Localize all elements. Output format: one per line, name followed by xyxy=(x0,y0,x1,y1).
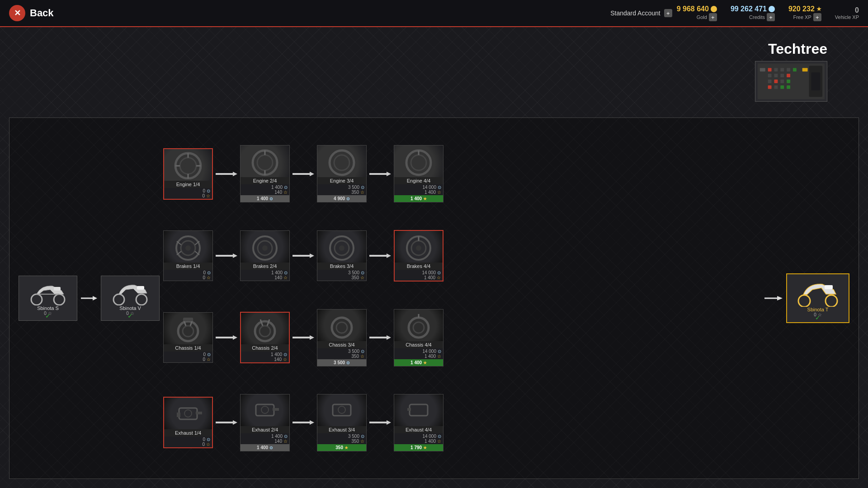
credits-symbol: ⊙ xyxy=(207,270,211,275)
credits-add-button[interactable]: + xyxy=(767,13,775,21)
engine-3-credits-row: 3 500 ⊙ xyxy=(319,185,364,190)
svg-marker-28 xyxy=(93,296,97,300)
sbinota-v-icon xyxy=(110,281,151,305)
exhaust-4-name: Exhaust 4/4 xyxy=(394,426,443,433)
chassis-1-card[interactable]: Chassis 1/4 0 ⊙ 0 ☆ xyxy=(163,312,213,363)
svg-point-43 xyxy=(262,160,268,166)
brakes-4-card[interactable]: Brakes 4/4 14 000 ⊙ 1 400 ☆ xyxy=(394,230,443,282)
svg-point-34 xyxy=(184,162,192,169)
xp-add-button[interactable]: + xyxy=(813,13,821,21)
engine-2-name: Engine 2/4 xyxy=(241,177,289,184)
connector-icon xyxy=(216,253,237,258)
exhaust-4-card[interactable]: Exhaust 4/4 14 000 ⊙ 1 400 ☆ xyxy=(394,394,443,451)
xp-star-symbol: ☆ xyxy=(360,439,364,444)
gold-label: Gold + xyxy=(697,13,717,21)
vehicle-sbinota-v[interactable]: Sbinota V 0 ☆ ✓ xyxy=(101,276,160,321)
chassis-4-image xyxy=(394,310,443,341)
svg-rect-51 xyxy=(369,173,387,175)
engine-1-card[interactable]: Engine 1/4 0 ⊙ 0 ☆ xyxy=(163,148,213,200)
engine-4-cost: 14 000 ⊙ 1 400 ☆ xyxy=(394,184,443,195)
engine-2-cost: 1 400 ⊙ 140 ☆ xyxy=(241,184,289,195)
chassis-3-card[interactable]: Chassis 3/4 3 500 ⊙ 350 ☆ xyxy=(317,309,367,366)
engine-4-xp-row: 1 400 ☆ xyxy=(396,190,441,195)
brakes-connector-3-4 xyxy=(369,253,391,258)
brakes-3-name: Brakes 3/4 xyxy=(317,263,366,270)
svg-rect-101 xyxy=(177,413,180,417)
brakes-3-image xyxy=(317,231,366,263)
brakes-1-card[interactable]: Brakes 1/4 0 ⊙ 0 ☆ xyxy=(163,230,213,281)
chassis-4-name: Chassis 4/4 xyxy=(394,341,443,348)
engine-3-card[interactable]: Engine 3/4 3 500 ⊙ 350 ☆ xyxy=(317,145,367,202)
arrow-s-v xyxy=(81,294,97,303)
gold-add-button[interactable]: + xyxy=(709,13,717,21)
svg-rect-16 xyxy=(787,80,790,83)
sbinota-t-checkmark: ✓ xyxy=(815,314,821,321)
engine-3-xp-row: 350 ☆ xyxy=(319,190,364,195)
svg-rect-116 xyxy=(407,408,411,411)
vehicle-sbinota-s[interactable]: Sbinota S 0 ☆ ✓ xyxy=(19,276,77,321)
svg-rect-85 xyxy=(216,337,233,338)
credits-symbol: ⊙ xyxy=(437,270,441,275)
brakes-3-cost: 3 500 ⊙ 350 ☆ xyxy=(317,270,366,281)
badge-star-icon: ★ xyxy=(423,446,427,450)
engine-4-card[interactable]: Engine 4/4 14 000 ⊙ 1 400 ☆ xyxy=(394,145,443,202)
brakes-3-card[interactable]: Brakes 3/4 3 500 ⊙ 350 ☆ xyxy=(317,230,367,281)
svg-marker-70 xyxy=(310,253,314,258)
vehicle-xp-label: Vehicle XP xyxy=(835,14,859,20)
svg-rect-39 xyxy=(216,173,233,175)
techtree-minimap[interactable] xyxy=(755,61,827,102)
exhaust-1-card[interactable]: Exhaust 1/4 0 ⊙ 0 ☆ xyxy=(163,397,213,448)
svg-rect-4 xyxy=(774,68,778,71)
badge-coin-icon: ⊙ xyxy=(346,197,350,201)
chassis-2-card[interactable]: Chassis 2/4 1 400 ⊙ 140 ☆ xyxy=(240,312,290,363)
main-content: Techtree xyxy=(0,27,868,488)
svg-point-94 xyxy=(336,322,347,333)
xp-label: Free XP + xyxy=(793,13,821,21)
svg-marker-114 xyxy=(387,420,391,425)
svg-rect-12 xyxy=(787,74,790,77)
credits-symbol: ⊙ xyxy=(361,270,364,275)
credits-symbol: ⊙ xyxy=(438,185,441,190)
chassis-1-visual xyxy=(172,314,204,343)
xp-star-symbol: ☆ xyxy=(437,354,441,359)
account-add-button[interactable]: + xyxy=(664,9,672,17)
engine-4-name: Engine 4/4 xyxy=(394,177,443,184)
engine-1-cost: 0 ⊙ 0 ☆ xyxy=(164,188,212,199)
engine-connector-2-3 xyxy=(292,172,314,176)
engine-row: Engine 1/4 0 ⊙ 0 ☆ xyxy=(163,145,761,202)
star-icon: ★ xyxy=(816,6,821,12)
chassis-2-image xyxy=(241,313,289,344)
chassis-connector-2-3 xyxy=(292,335,314,340)
svg-point-81 xyxy=(183,326,193,337)
back-button[interactable]: ✕ Back xyxy=(9,5,54,21)
svg-marker-47 xyxy=(310,172,314,176)
header: ✕ Back Standard Account + 9 968 640 Gold… xyxy=(0,0,868,27)
account-label: Standard Account xyxy=(610,9,660,17)
exhaust-3-card[interactable]: Exhaust 3/4 3 500 ⊙ 350 ☆ xyxy=(317,394,367,451)
credits-symbol: ⊙ xyxy=(284,185,288,190)
exhaust-4-visual xyxy=(403,395,434,425)
svg-rect-109 xyxy=(292,422,310,423)
engine-2-card[interactable]: Engine 2/4 1 400 ⊙ 140 ☆ xyxy=(240,145,290,202)
svg-marker-75 xyxy=(387,253,391,258)
sbinota-t-icon xyxy=(795,280,840,307)
engine-2-badge: 1 400 ⊙ xyxy=(241,195,289,202)
connector-icon xyxy=(216,172,237,176)
exhaust-2-card[interactable]: Exhaust 2/4 1 400 ⊙ 140 ☆ xyxy=(240,394,290,451)
xp-star-symbol: ☆ xyxy=(283,275,288,280)
xp-amount: 920 232 ★ xyxy=(788,5,821,13)
svg-marker-96 xyxy=(387,335,391,340)
engine-3-name: Engine 3/4 xyxy=(317,177,366,184)
svg-rect-14 xyxy=(774,80,778,83)
chassis-4-card[interactable]: Chassis 4/4 14 000 ⊙ 1 400 ☆ xyxy=(394,309,443,366)
exhaust-2-cost: 1 400 ⊙ 140 ☆ xyxy=(241,433,289,444)
vehicle-sbinota-t[interactable]: Sbinota T 0 ☆ ✓ xyxy=(786,273,849,323)
exhaust-connector-3-4 xyxy=(369,420,391,425)
brakes-2-card[interactable]: Brakes 2/4 1 400 ⊙ 140 ☆ xyxy=(240,230,290,281)
svg-point-59 xyxy=(185,245,191,251)
engine-3-image xyxy=(317,145,366,177)
svg-point-98 xyxy=(413,322,424,333)
currency-bar: 9 968 640 Gold + 99 262 471 Credits + 92… xyxy=(677,5,859,21)
exhaust-1-cost: 0 ⊙ 0 ☆ xyxy=(164,436,212,447)
credits-symbol: ⊙ xyxy=(207,352,211,357)
